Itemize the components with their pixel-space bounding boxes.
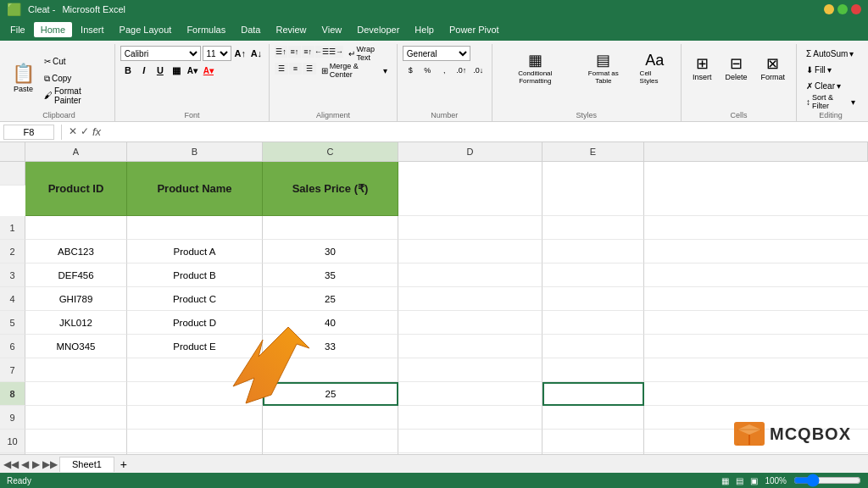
cell-a6[interactable]: MNO345 [25,335,127,358]
cell-d2[interactable] [398,240,542,263]
cell-e4[interactable] [542,287,644,311]
col-header-d[interactable]: D [398,142,542,161]
cell-c6[interactable]: 33 [263,335,398,358]
formula-confirm-icon[interactable]: ✓ [81,125,89,138]
cell-d3[interactable] [398,263,542,287]
format-button[interactable]: ⊠ Format [755,46,792,90]
cell-a9[interactable] [25,406,127,430]
header-e[interactable] [542,162,644,216]
cell-a8[interactable] [25,382,127,406]
cell-a3[interactable]: DEF456 [25,263,127,287]
cell-b1[interactable] [127,216,263,240]
font-color-btn[interactable]: A▾ [201,63,216,78]
col-header-a[interactable]: A [25,142,127,161]
view-layout-icon[interactable]: ▤ [736,476,743,485]
indent-decrease-btn[interactable]: ←☰ [315,46,329,58]
align-top-left-btn[interactable]: ☰↑ [275,46,287,58]
align-top-right-btn[interactable]: ≡↑ [302,46,314,58]
fill-button[interactable]: ⬇ Fill ▾ [802,62,860,77]
cell-reference-input[interactable]: F8 [3,125,54,140]
menu-review[interactable]: Review [269,22,313,37]
cell-d1[interactable] [398,216,542,240]
menu-developer[interactable]: Developer [350,22,406,37]
cell-b7[interactable] [127,358,263,382]
cell-e3[interactable] [542,263,644,287]
menu-home[interactable]: Home [34,22,72,37]
cell-d9[interactable] [398,406,542,430]
col-header-e[interactable]: E [542,142,644,161]
header-product-id[interactable]: Product ID [25,162,127,216]
underline-button[interactable]: U [153,63,168,78]
cell-c3[interactable]: 35 [263,263,398,287]
indent-increase-btn[interactable]: ☰→ [330,46,343,58]
close-btn[interactable] [851,4,861,14]
paste-button[interactable]: 📋 Paste [8,61,38,95]
sort-filter-button[interactable]: ↕ Sort & Filter ▾ [802,94,860,109]
cell-d10[interactable] [398,430,542,453]
view-normal-icon[interactable]: ▦ [721,476,729,485]
menu-insert[interactable]: Insert [74,22,111,37]
menu-view[interactable]: View [315,22,349,37]
sheet-tab-sheet1[interactable]: Sheet1 [59,457,114,472]
cell-a1[interactable] [25,216,127,240]
cell-c1[interactable] [263,216,398,240]
header-d[interactable] [398,162,542,216]
cell-e8[interactable] [542,382,644,406]
cell-d7[interactable] [398,358,542,382]
cell-e7[interactable] [542,358,644,382]
cell-b10[interactable] [127,430,263,453]
maximize-btn[interactable] [837,4,848,14]
insert-function-icon[interactable]: fx [92,125,101,138]
cell-c9[interactable] [263,406,398,430]
cell-a4[interactable]: GHI789 [25,287,127,311]
minimize-btn[interactable] [824,4,834,14]
cell-e6[interactable] [542,335,644,358]
cell-b8[interactable] [127,382,263,406]
cell-c10[interactable] [263,430,398,453]
cell-d6[interactable] [398,335,542,358]
decimal-decrease-btn[interactable]: .0↓ [470,63,487,78]
menu-data[interactable]: Data [234,22,267,37]
col-header-c[interactable]: C [263,142,398,161]
zoom-slider[interactable] [793,476,861,485]
menu-page-layout[interactable]: Page Layout [113,22,179,37]
formula-input[interactable] [104,125,865,140]
cell-b5[interactable]: Product D [127,311,263,335]
italic-button[interactable]: I [136,63,152,78]
conditional-formatting-button[interactable]: ▦ Conditional Formatting [498,46,573,90]
cell-c7[interactable] [263,358,398,382]
cell-d8[interactable] [398,382,542,406]
delete-button[interactable]: ⊟ Delete [720,46,754,90]
cell-c4[interactable]: 25 [263,287,398,311]
header-product-name[interactable]: Product Name [127,162,263,216]
font-shrink-btn[interactable]: A↓ [249,46,264,61]
col-header-b[interactable]: B [127,142,263,161]
cell-d4[interactable] [398,287,542,311]
font-family-select[interactable]: Calibri [120,46,201,61]
view-break-icon[interactable]: ▣ [750,476,758,485]
percent-btn[interactable]: % [420,63,436,78]
cell-e1[interactable] [542,216,644,240]
menu-file[interactable]: File [3,22,32,37]
cell-a7[interactable] [25,358,127,382]
wrap-text-button[interactable]: ↵ Wrap Text [344,46,392,61]
cell-e2[interactable] [542,240,644,263]
format-painter-button[interactable]: 🖌 Format Painter [40,88,109,103]
decimal-increase-btn[interactable]: .0↑ [453,63,470,78]
cell-b9[interactable] [127,406,263,430]
cell-c2[interactable]: 30 [263,240,398,263]
tab-nav-left[interactable]: ◀◀ ◀ ▶ ▶▶ [3,458,58,470]
add-sheet-button[interactable]: + [116,457,131,472]
cell-e9[interactable] [542,406,644,430]
menu-help[interactable]: Help [408,22,441,37]
fill-color-btn[interactable]: A▾ [185,63,200,78]
align-left-btn[interactable]: ☰ [275,63,288,75]
formula-cancel-icon[interactable]: ✕ [69,125,77,138]
header-sales-price[interactable]: Sales Price (₹) [263,162,398,216]
cell-c5[interactable]: 40 [263,311,398,335]
clear-button[interactable]: ✗ Clear ▾ [802,78,860,93]
align-top-center-btn[interactable]: ≡↑ [288,46,301,58]
comma-btn[interactable]: , [437,63,453,78]
accounting-btn[interactable]: $ [403,63,419,78]
cell-b2[interactable]: Product A [127,240,263,263]
